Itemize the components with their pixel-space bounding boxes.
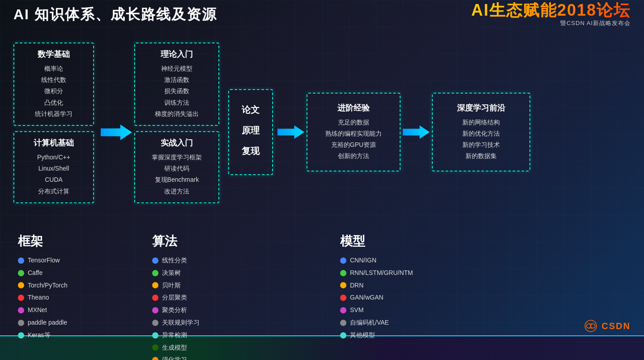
practice-item-3: 复现Benchmark [142, 174, 211, 185]
model-name-1: CNN/IGN [350, 255, 376, 266]
fw-dot-3 [18, 282, 24, 288]
model-name-6: 自编码机/VAE [350, 317, 389, 328]
fw-item-5: MXNet [18, 305, 139, 316]
fw-name-7: Keras等 [28, 330, 51, 341]
math-item-3: 微积分 [21, 86, 86, 97]
col-advanced: 进阶经验 充足的数据 熟练的编程实现能力 充裕的GPU资源 创新的方法 [304, 34, 403, 231]
deep-learning-item-1: 新的网络结构 [440, 117, 522, 128]
fw-dot-6 [18, 320, 24, 326]
alg-dot-1 [152, 257, 158, 264]
fw-name-3: Torch/PyTorch [28, 280, 68, 291]
fw-name-5: MXNet [28, 305, 47, 316]
fw-name-4: Theano [28, 292, 49, 303]
theory-box: 理论入门 神经元模型 激活函数 损失函数 训练方法 梯度的消失溢出 [134, 43, 219, 126]
model-item-5: SVM [340, 305, 631, 316]
model-dot-5 [340, 307, 346, 313]
theory-title: 理论入门 [142, 49, 211, 60]
logo-main: AI生态赋能2018论坛 [471, 2, 631, 18]
advanced-item-3: 充裕的GPU资源 [315, 139, 392, 150]
paper-line-1: 论文 [242, 101, 260, 118]
col-theory-practice: 理论入门 神经元模型 激活函数 损失函数 训练方法 梯度的消失溢出 实战入门 掌… [134, 34, 224, 203]
algorithm-col: 算法 线性分类 决策树 贝叶斯 分层聚类 聚类分析 [139, 231, 327, 360]
alg-dot-7 [152, 332, 158, 339]
model-dot-3 [340, 282, 346, 288]
fw-name-2: Caffe [28, 268, 43, 279]
theory-item-3: 损失函数 [142, 86, 211, 97]
model-dot-1 [340, 257, 346, 264]
col-deep-learning: 深度学习前沿 新的网络结构 新的优化方法 新的学习技术 新的数据集 [430, 34, 533, 231]
fw-item-1: TensorFlow [18, 255, 139, 266]
fw-item-3: Torch/PyTorch [18, 280, 139, 291]
header: AI 知识体系、成长路线及资源 AI生态赋能2018论坛 暨CSDN AI新战略… [0, 0, 644, 29]
deep-learning-title: 深度学习前沿 [440, 103, 522, 113]
alg-item-5: 聚类分析 [152, 305, 327, 316]
model-dot-2 [340, 270, 346, 276]
fw-name-6: paddle paddle [28, 317, 67, 328]
arrow-3-container [403, 34, 430, 231]
csdn-logo: CSDN [584, 319, 631, 333]
alg-name-1: 线性分类 [162, 255, 187, 266]
advanced-box: 进阶经验 充足的数据 熟练的编程实现能力 充裕的GPU资源 创新的方法 [307, 93, 401, 172]
arrow-3-icon [403, 121, 430, 143]
model-name-4: GAN/wGAN [350, 292, 384, 303]
col-paper: 论文 原理 复现 [224, 34, 277, 231]
theory-item-4: 训练方法 [142, 97, 211, 108]
csdn-logo-icon [584, 319, 598, 333]
advanced-title: 进阶经验 [315, 103, 392, 113]
math-item-2: 线性代数 [21, 74, 86, 86]
practice-item-2: 研读代码 [142, 163, 211, 174]
alg-name-5: 聚类分析 [162, 305, 187, 316]
deep-learning-item-2: 新的优化方法 [440, 128, 522, 139]
theory-item-1: 神经元模型 [142, 63, 211, 74]
computer-item-2: Linux/Shell [21, 163, 86, 174]
fw-item-7: Keras等 [18, 330, 139, 341]
math-title: 数学基础 [21, 49, 86, 60]
model-name-5: SVM [350, 305, 363, 316]
paper-line-2: 原理 [242, 122, 260, 139]
logo-area: AI生态赋能2018论坛 暨CSDN AI新战略发布会 [471, 2, 631, 27]
algorithm-label: 算法 [152, 233, 327, 250]
theory-item-2: 激活函数 [142, 74, 211, 86]
alg-item-3: 贝叶斯 [152, 280, 327, 291]
alg-dot-5 [152, 307, 158, 313]
col-math-computer: 数学基础 概率论 线性代数 微积分 凸优化 统计机器学习 计算机基础 Pytho… [13, 34, 98, 203]
math-item-5: 统计机器学习 [21, 108, 86, 120]
arrow-1-container [98, 34, 134, 231]
framework-col: 框架 TensorFlow Caffe Torch/PyTorch Theano… [13, 231, 139, 360]
alg-dot-8 [152, 344, 158, 351]
svg-point-4 [587, 324, 591, 328]
model-dot-4 [340, 295, 346, 301]
alg-item-8: 生成模型 [152, 343, 327, 353]
theory-item-5: 梯度的消失溢出 [142, 108, 211, 120]
alg-name-4: 分层聚类 [162, 292, 187, 303]
math-box: 数学基础 概率论 线性代数 微积分 凸优化 统计机器学习 [13, 43, 94, 126]
arrow-2-icon [277, 121, 304, 143]
alg-name-9: 强化学习 [162, 355, 187, 360]
alg-dot-6 [152, 320, 158, 326]
model-label: 模型 [340, 233, 631, 250]
practice-title: 实战入门 [142, 137, 211, 148]
svg-marker-0 [101, 124, 132, 140]
computer-title: 计算机基础 [21, 137, 86, 148]
computer-item-3: CUDA [21, 174, 86, 185]
advanced-item-1: 充足的数据 [315, 117, 392, 128]
deep-learning-item-4: 新的数据集 [440, 150, 522, 162]
alg-item-6: 关联规则学习 [152, 317, 327, 328]
computer-item-4: 分布式计算 [21, 186, 86, 197]
fw-item-2: Caffe [18, 268, 139, 279]
model-item-4: GAN/wGAN [340, 292, 631, 303]
deep-learning-box: 深度学习前沿 新的网络结构 新的优化方法 新的学习技术 新的数据集 [432, 93, 530, 172]
fw-name-1: TensorFlow [28, 255, 60, 266]
paper-box: 论文 原理 复现 [228, 89, 273, 175]
alg-item-9: 强化学习 [152, 355, 327, 360]
alg-item-4: 分层聚类 [152, 292, 327, 303]
model-name-2: RNN/LSTM/GRU/NTM [350, 268, 413, 279]
model-col: 模型 CNN/IGN RNN/LSTM/GRU/NTM DRN GAN/wGAN… [327, 231, 631, 360]
model-item-1: CNN/IGN [340, 255, 631, 266]
alg-dot-4 [152, 295, 158, 301]
fw-item-4: Theano [18, 292, 139, 303]
model-name-7: 其他模型 [350, 330, 375, 341]
alg-dot-9 [152, 357, 158, 360]
model-item-3: DRN [340, 280, 631, 291]
fw-item-6: paddle paddle [18, 317, 139, 328]
